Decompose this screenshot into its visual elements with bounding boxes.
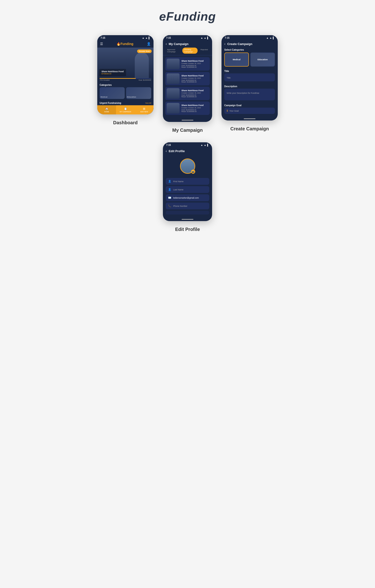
campaign-card-3[interactable]: Share Nutritious Food Created: October 3… <box>165 87 210 100</box>
campaign-goal-1: Goal: $10000000.00 <box>181 65 208 66</box>
title-input[interactable]: Title <box>224 74 275 81</box>
edit-profile-screen-wrapper: 7:16 ▲ ▲ ▌ ‹ Edit Profile 📷 <box>163 142 212 232</box>
campaign-thumb-2 <box>167 74 179 84</box>
hero-figure <box>135 52 149 78</box>
first-name-field[interactable]: 👤 First Name <box>166 178 209 185</box>
campaign-name-2: Share Nutritious Food <box>181 74 208 77</box>
goal-label: Goal: $10000000 <box>138 79 151 81</box>
signal-icon: ▲ <box>201 37 203 39</box>
battery-icon: ▌ <box>207 144 209 146</box>
campaign-img-1 <box>167 59 179 69</box>
category-education-card[interactable]: Education <box>250 52 275 67</box>
create-home-indicator <box>221 117 278 121</box>
signal-icon: ▲ <box>142 37 144 39</box>
campaign-thumb-3 <box>167 88 179 99</box>
medical-bg <box>100 87 125 99</box>
dashboard-label: Dashboard <box>113 120 138 126</box>
create-screen-title: Create Campaign <box>227 42 252 46</box>
hero-title: Share Nutritious Food <box>102 70 124 73</box>
signal-icon: ▲ <box>266 37 269 39</box>
edit-profile-phone: 7:16 ▲ ▲ ▌ ‹ Edit Profile 📷 <box>163 142 212 221</box>
battery-icon: ▌ <box>273 37 274 39</box>
campaign-card-4[interactable]: Share Nutritious Food Created: October 3… <box>165 102 210 115</box>
description-label: Description <box>224 85 275 88</box>
wifi-icon: ▲ <box>270 37 272 39</box>
home-indicator <box>163 118 212 122</box>
campaign-card-1[interactable]: Share Nutritious Food Created: October 3… <box>165 57 210 71</box>
nav-home-label: HOME <box>104 111 109 113</box>
dashboard-logo: 🔥Funding <box>116 42 133 46</box>
description-input[interactable]: Write your Description for Fundrise <box>224 89 275 100</box>
profile-screen-title: Edit Profile <box>169 149 185 153</box>
nav-campaign-label: MY CAMPAIGN <box>120 111 131 113</box>
avatar-section: 📷 <box>163 155 212 177</box>
battery-icon: ▌ <box>207 37 209 39</box>
dashboard-time: 7:15 <box>101 37 105 39</box>
medical-card-label: Medical <box>233 58 240 61</box>
see-all-button[interactable]: See All <box>145 102 151 104</box>
my-campaign-screen-wrapper: 7:15 ▲ ▲ ▌ ‹ My Campaign Approved Campai… <box>163 35 212 133</box>
create-status-icons: ▲ ▲ ▌ <box>266 37 274 39</box>
back-button[interactable]: ‹ <box>166 42 167 46</box>
campaign-header: ‹ My Campaign <box>163 40 212 48</box>
user-icon[interactable]: 👤 <box>147 42 151 46</box>
home-bar <box>182 120 193 121</box>
category-education[interactable]: Education <box>126 87 151 99</box>
campaign-screen-title: My Campaign <box>169 42 189 46</box>
category-medical-card[interactable]: Medical <box>224 52 249 67</box>
create-home-bar <box>244 118 255 119</box>
phone-field[interactable]: 📞 Phone Number <box>166 203 209 209</box>
progress-bar-container <box>100 78 151 79</box>
profile-back-button[interactable]: ‹ <box>166 149 167 153</box>
avatar-container: 📷 <box>180 158 195 174</box>
wifi-icon: ▲ <box>204 144 206 146</box>
my-campaign-label: My Campaign <box>172 127 203 133</box>
progress-label: 70% Donated Goal: $10000000 <box>97 79 154 82</box>
avatar-edit-button[interactable]: 📷 <box>191 169 195 174</box>
phone-icon: 📞 <box>168 204 171 208</box>
last-name-field[interactable]: 👤 Last Name <box>166 186 209 193</box>
wifi-icon: ▲ <box>145 37 148 39</box>
goal-input[interactable]: $ Your Goal <box>224 108 275 114</box>
campaign-name-4: Share Nutritious Food <box>181 104 208 106</box>
dashboard-phone: 7:15 ▲ ▲ ▌ ☰ 🔥Funding 👤 Share Nutritiou <box>97 35 154 115</box>
campaign-img-4 <box>167 103 179 114</box>
urgent-title: Urgent Fundraising <box>100 102 121 104</box>
profile-home-indicator <box>163 217 212 221</box>
donate-button[interactable]: Donate Now <box>137 50 152 53</box>
email-icon: ✉️ <box>168 196 171 199</box>
nav-home[interactable]: 🏠 HOME <box>97 105 116 115</box>
campaign-goal-3: Goal: $10000000.00 <box>181 94 208 96</box>
back-button[interactable]: ‹ <box>224 42 226 46</box>
campaign-date-3: Created: October 30, 2023 <box>181 92 208 94</box>
campaign-info-3: Share Nutritious Food Created: October 3… <box>181 89 208 97</box>
donated-label: 70% Donated <box>100 79 109 81</box>
tab-rejected[interactable]: Rejected <box>198 48 210 54</box>
campaign-card-2[interactable]: Share Nutritious Food Created: October 3… <box>165 72 210 85</box>
tab-pending[interactable]: Pending Campaign <box>182 48 198 54</box>
dashboard-status-icons: ▲ ▲ ▌ <box>142 37 150 39</box>
goal-placeholder: Your Goal <box>229 110 239 112</box>
wifi-icon: ▲ <box>204 37 206 39</box>
title-placeholder: Title <box>227 77 231 79</box>
email-field[interactable]: ✉️ lediensonarker@gmail.com <box>166 194 209 201</box>
create-status-bar: 7:15 ▲ ▲ ▌ <box>221 35 278 40</box>
category-medical[interactable]: Medical <box>100 87 125 99</box>
profile-home-bar <box>182 219 193 220</box>
campaign-goal-2: Goal: $10000000.00 <box>181 79 208 81</box>
extra-field[interactable] <box>166 211 209 215</box>
campaign-reach-3: Reach: $1985686.00 <box>181 96 208 97</box>
currency-icon: $ <box>227 109 228 112</box>
campaign-date-4: Created: October 30, 2023 <box>181 107 208 109</box>
nav-add-new[interactable]: ⊞ ADD NEW <box>135 105 154 115</box>
campaign-img-3 <box>167 88 179 99</box>
tab-approved[interactable]: Approved Campaign <box>165 48 181 54</box>
campaign-info-1: Share Nutritious Food Created: October 3… <box>181 60 208 68</box>
create-campaign-screen-wrapper: 7:15 ▲ ▲ ▌ ‹ Create Campaign Select Cate… <box>221 35 278 132</box>
profile-status-bar: 7:16 ▲ ▲ ▌ <box>163 142 212 147</box>
nav-my-campaign[interactable]: 📋 MY CAMPAIGN <box>116 105 135 115</box>
campaign-reach-2: Reach: $1985686.00 <box>181 81 208 83</box>
campaign-goal-4: Goal: $10000000.00 <box>181 109 208 111</box>
campaign-status-icons: ▲ ▲ ▌ <box>201 37 209 39</box>
menu-icon[interactable]: ☰ <box>100 42 103 46</box>
